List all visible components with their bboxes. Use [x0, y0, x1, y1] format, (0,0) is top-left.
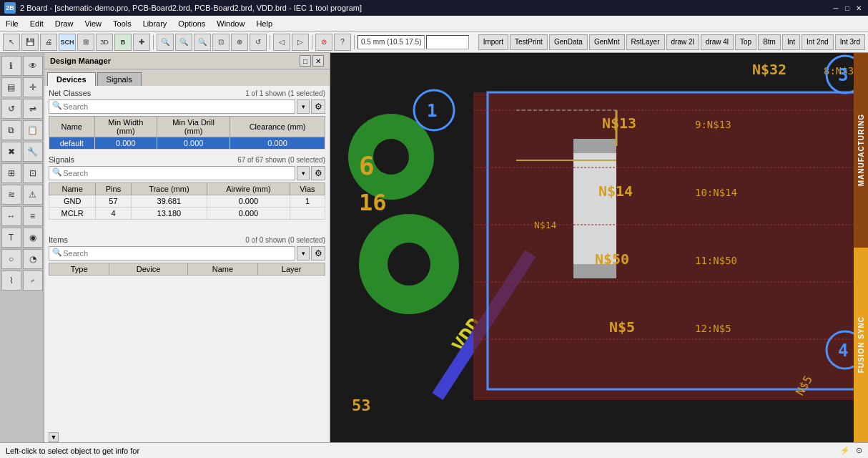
collapse-btn[interactable]: ▼ — [49, 432, 59, 442]
tool-zoom-area[interactable]: ⊕ — [231, 34, 248, 51]
tool-board[interactable]: ⊞ — [77, 34, 94, 51]
sig-col-pins[interactable]: Pins — [96, 183, 131, 195]
sidebar-pad-icon[interactable]: ◉ — [23, 228, 43, 248]
btn-btm[interactable]: Btm — [758, 34, 781, 50]
tool-sch[interactable]: SCH — [59, 34, 76, 51]
sidebar-circle-icon[interactable]: ○ — [1, 249, 21, 269]
sidebar-mirror-icon[interactable]: ⇌ — [23, 99, 43, 119]
btn-genmnt[interactable]: GenMnt — [589, 34, 625, 50]
menu-edit[interactable]: Edit — [24, 18, 49, 29]
tool-brd2[interactable]: B — [114, 34, 132, 51]
tool-print[interactable]: 🖨 — [40, 34, 57, 51]
table-row[interactable]: GND 57 39.681 0.000 1 — [49, 195, 325, 208]
net-classes-search-dropdown[interactable]: ▾ — [297, 99, 310, 114]
sidebar-snap-icon[interactable]: ⊞ — [1, 163, 21, 183]
tool-zoom-in[interactable]: 🔍 — [175, 34, 192, 51]
btn-int[interactable]: Int — [782, 34, 800, 50]
sidebar-move-icon[interactable]: ✛ — [23, 77, 43, 97]
sig-col-trace[interactable]: Trace (mm) — [131, 183, 207, 195]
sidebar-arc-icon[interactable]: ◔ — [23, 249, 43, 269]
net-classes-search-settings[interactable]: ⚙ — [311, 99, 325, 114]
btn-int2nd[interactable]: Int 2nd — [802, 34, 834, 50]
tool-cross[interactable]: ✚ — [133, 34, 150, 51]
tool-info[interactable]: ? — [334, 34, 351, 51]
signals-search-dropdown[interactable]: ▾ — [297, 166, 310, 180]
sidebar-measure-icon[interactable]: ↔ — [1, 206, 21, 226]
sig-col-airwire[interactable]: Airwire (mm) — [207, 183, 290, 195]
col-min-width[interactable]: Min Width(mm) — [94, 117, 157, 137]
sidebar-eye-icon[interactable]: 👁 — [23, 56, 43, 76]
item-col-name[interactable]: Name — [187, 263, 257, 276]
maximize-button[interactable]: □ — [842, 3, 852, 13]
sidebar-grid-icon[interactable]: ⊡ — [23, 163, 43, 183]
tab-devices[interactable]: Devices — [47, 72, 96, 86]
tool-refresh[interactable]: ↺ — [250, 34, 267, 51]
item-col-type[interactable]: Type — [49, 263, 109, 276]
tool-3d[interactable]: 3D — [96, 34, 113, 51]
menu-draw[interactable]: Draw — [49, 18, 79, 29]
fusion-tab[interactable]: FUSION SYNC — [854, 248, 868, 442]
signals-table-wrap[interactable]: Name Pins Trace (mm) Airwire (mm) Vias G… — [49, 182, 325, 230]
btn-testprint[interactable]: TestPrint — [510, 34, 548, 50]
sidebar-drc-icon[interactable]: ⚠ — [23, 185, 43, 205]
menu-file[interactable]: File — [0, 18, 24, 29]
items-search-input[interactable] — [63, 249, 292, 258]
tool-stop[interactable]: ⊘ — [315, 34, 332, 51]
col-min-via-drill[interactable]: Min Via Drill(mm) — [157, 117, 230, 137]
pcb-canvas-area[interactable]: 6 16 53 VDD N$32 8:N$32 N$13 9 — [330, 53, 854, 442]
menu-library[interactable]: Library — [137, 18, 173, 29]
sidebar-delete-icon[interactable]: ✖ — [1, 142, 21, 162]
tool-redo[interactable]: ▷ — [292, 34, 309, 51]
items-hscroll[interactable] — [49, 419, 325, 429]
items-search-settings[interactable]: ⚙ — [311, 246, 325, 260]
btn-gendata[interactable]: GenData — [549, 34, 588, 50]
sidebar-tool2-icon[interactable]: 🔧 — [23, 142, 43, 162]
menu-view[interactable]: View — [79, 18, 107, 29]
sidebar-ratsnest-icon[interactable]: ≋ — [1, 185, 21, 205]
tool-zoom-fit[interactable]: ⊡ — [212, 34, 230, 51]
manufacturing-tab[interactable]: MANUFACTURING — [854, 53, 868, 248]
minimize-button[interactable]: ─ — [831, 3, 841, 13]
item-col-device[interactable]: Device — [109, 263, 187, 276]
tool-arrow[interactable]: ↖ — [3, 34, 20, 51]
tool-zoom-out-big[interactable]: 🔍 — [157, 34, 174, 51]
sidebar-text-icon[interactable]: T — [1, 228, 21, 248]
btn-rstlayer[interactable]: RstLayer — [626, 34, 665, 50]
sidebar-wire-icon[interactable]: ⌇ — [1, 271, 21, 291]
col-name[interactable]: Name — [49, 117, 95, 137]
command-input[interactable] — [426, 35, 469, 49]
tool-zoom-out[interactable]: 🔍 — [194, 34, 211, 51]
sidebar-copy-icon[interactable]: ⧉ — [1, 120, 21, 140]
btn-top[interactable]: Top — [735, 34, 756, 50]
col-clearance[interactable]: Clearance (mm) — [230, 117, 325, 137]
sidebar-rotate-icon[interactable]: ↺ — [1, 99, 21, 119]
tool-save[interactable]: 💾 — [21, 34, 39, 51]
dm-close-button[interactable]: ✕ — [312, 55, 324, 67]
menu-tools[interactable]: Tools — [107, 18, 137, 29]
menu-window[interactable]: Window — [211, 18, 250, 29]
signals-search-settings[interactable]: ⚙ — [311, 166, 325, 180]
item-col-layer[interactable]: Layer — [258, 263, 325, 276]
dm-restore-button[interactable]: □ — [300, 55, 311, 67]
sig-col-vias[interactable]: Vias — [290, 183, 325, 195]
table-row[interactable]: default 0.000 0.000 0.000 — [49, 137, 325, 150]
sidebar-property-icon[interactable]: ≡ — [23, 206, 43, 226]
btn-draw4l[interactable]: draw 4l — [701, 34, 734, 50]
sidebar-info-icon[interactable]: ℹ — [1, 56, 21, 76]
btn-import[interactable]: Import — [478, 34, 508, 50]
tab-signals[interactable]: Signals — [97, 72, 142, 86]
items-search-dropdown[interactable]: ▾ — [297, 246, 310, 260]
signals-hscroll[interactable] — [49, 220, 325, 230]
btn-draw2l[interactable]: draw 2l — [666, 34, 699, 50]
sig-col-name[interactable]: Name — [49, 183, 96, 195]
tool-undo[interactable]: ◁ — [273, 34, 290, 51]
sidebar-paste-icon[interactable]: 📋 — [23, 120, 43, 140]
signals-search-input[interactable] — [63, 169, 292, 177]
sidebar-bus-icon[interactable]: ⌿ — [23, 271, 43, 291]
close-button[interactable]: ✕ — [854, 3, 864, 13]
sidebar-layer-icon[interactable]: ▤ — [1, 77, 21, 97]
btn-int3rd[interactable]: Int 3rd — [835, 34, 865, 50]
net-classes-search-input[interactable] — [63, 102, 292, 111]
table-row[interactable]: MCLR 4 13.180 0.000 — [49, 208, 325, 220]
menu-options[interactable]: Options — [172, 18, 211, 29]
